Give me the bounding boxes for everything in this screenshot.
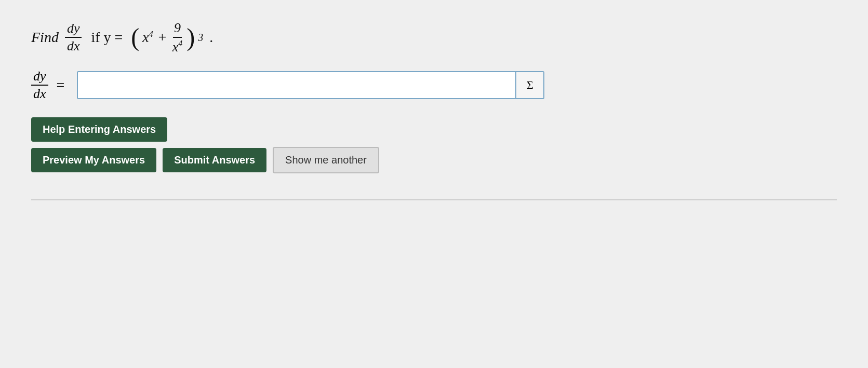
- divider: [31, 199, 837, 200]
- period: .: [209, 29, 213, 46]
- inner-expression: x4 + 9 x4: [142, 21, 183, 54]
- find-label: Find: [31, 29, 59, 46]
- left-paren: (: [131, 25, 139, 50]
- show-me-another-button[interactable]: Show me another: [273, 147, 379, 173]
- submit-answers-button[interactable]: Submit Answers: [163, 148, 266, 172]
- buttons-section: Help Entering Answers Preview My Answers…: [31, 117, 837, 173]
- nine-over-x4: 9 x4: [171, 21, 184, 54]
- dy-numerator: dy: [65, 21, 82, 38]
- answer-input-wrapper: Σ: [77, 71, 544, 99]
- dx-denominator: dx: [65, 38, 82, 54]
- answer-input[interactable]: [78, 72, 515, 98]
- page-container: Find dy dx if y = ( x4 + 9 x4 ) 3: [0, 0, 868, 368]
- sigma-button[interactable]: Σ: [515, 72, 543, 98]
- dy-dx-fraction-problem: dy dx: [65, 21, 82, 54]
- outer-exponent: 3: [198, 32, 203, 44]
- answer-dy-numerator: dy: [31, 69, 48, 86]
- help-entering-answers-button[interactable]: Help Entering Answers: [31, 117, 167, 142]
- right-paren: ): [186, 25, 195, 50]
- help-row: Help Entering Answers: [31, 117, 837, 142]
- x4-term: x4: [142, 29, 153, 46]
- if-label: if y =: [91, 29, 123, 46]
- plus-sign: +: [157, 29, 167, 46]
- equation-expression: ( x4 + 9 x4 ) 3: [131, 21, 203, 54]
- dy-dx-fraction-answer: dy dx: [31, 69, 48, 102]
- action-row: Preview My Answers Submit Answers Show m…: [31, 147, 837, 173]
- equals-sign: =: [57, 77, 65, 93]
- problem-statement: Find dy dx if y = ( x4 + 9 x4 ) 3: [31, 21, 837, 54]
- problem-section: Find dy dx if y = ( x4 + 9 x4 ) 3: [31, 21, 837, 102]
- answer-row: dy dx = Σ: [31, 69, 837, 102]
- x4-denominator: x4: [171, 38, 184, 54]
- preview-my-answers-button[interactable]: Preview My Answers: [31, 148, 156, 172]
- answer-dx-denominator: dx: [31, 86, 48, 102]
- nine-numerator: 9: [173, 21, 182, 38]
